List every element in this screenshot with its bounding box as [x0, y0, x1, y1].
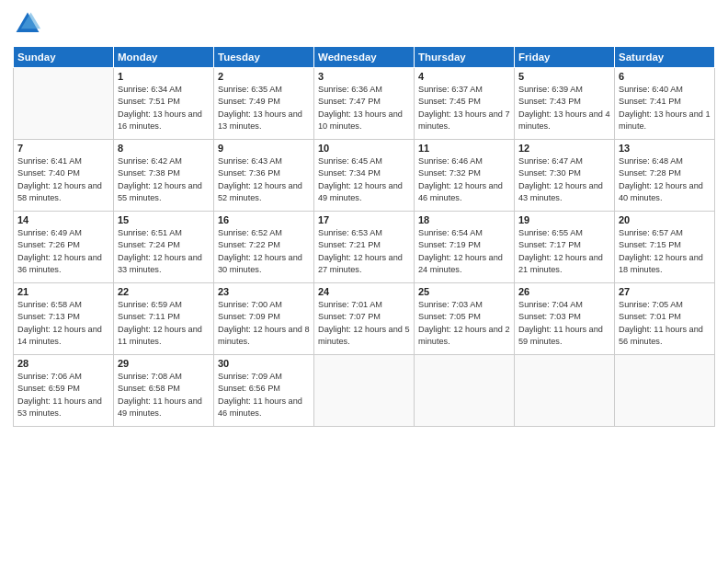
calendar-cell: 19Sunrise: 6:55 AMSunset: 7:17 PMDayligh… — [515, 212, 615, 283]
week-row-3: 14Sunrise: 6:49 AMSunset: 7:26 PMDayligh… — [14, 212, 715, 283]
cell-info: Sunrise: 6:45 AMSunset: 7:34 PMDaylight:… — [318, 155, 410, 204]
calendar-cell: 30Sunrise: 7:09 AMSunset: 6:56 PMDayligh… — [214, 355, 314, 427]
calendar-cell: 27Sunrise: 7:05 AMSunset: 7:01 PMDayligh… — [615, 283, 715, 355]
calendar-cell: 2Sunrise: 6:35 AMSunset: 7:49 PMDaylight… — [214, 68, 314, 140]
day-number: 15 — [118, 214, 210, 225]
day-number: 20 — [619, 214, 711, 225]
calendar-cell: 29Sunrise: 7:08 AMSunset: 6:58 PMDayligh… — [114, 355, 214, 427]
logo-icon — [13, 9, 42, 39]
cell-info: Sunrise: 6:47 AMSunset: 7:30 PMDaylight:… — [518, 155, 610, 204]
day-number: 10 — [318, 143, 410, 154]
day-number: 12 — [518, 143, 610, 154]
col-header-sunday: Sunday — [14, 47, 114, 68]
calendar-cell: 21Sunrise: 6:58 AMSunset: 7:13 PMDayligh… — [14, 283, 114, 355]
cell-info: Sunrise: 6:53 AMSunset: 7:21 PMDaylight:… — [318, 227, 410, 276]
calendar-cell: 23Sunrise: 7:00 AMSunset: 7:09 PMDayligh… — [214, 283, 314, 355]
calendar-cell: 25Sunrise: 7:03 AMSunset: 7:05 PMDayligh… — [415, 283, 515, 355]
col-header-saturday: Saturday — [615, 47, 715, 68]
calendar-cell: 24Sunrise: 7:01 AMSunset: 7:07 PMDayligh… — [314, 283, 415, 355]
day-number: 7 — [17, 143, 109, 154]
calendar-cell: 16Sunrise: 6:52 AMSunset: 7:22 PMDayligh… — [214, 212, 314, 283]
cell-info: Sunrise: 6:34 AMSunset: 7:51 PMDaylight:… — [118, 84, 210, 132]
calendar-cell: 17Sunrise: 6:53 AMSunset: 7:21 PMDayligh… — [314, 212, 415, 283]
day-number: 17 — [318, 214, 410, 225]
calendar-cell: 1Sunrise: 6:34 AMSunset: 7:51 PMDaylight… — [114, 68, 214, 140]
day-number: 4 — [418, 71, 510, 82]
calendar-cell: 11Sunrise: 6:46 AMSunset: 7:32 PMDayligh… — [415, 140, 515, 212]
day-number: 13 — [619, 143, 711, 154]
calendar-table: SundayMondayTuesdayWednesdayThursdayFrid… — [13, 46, 715, 427]
day-number: 26 — [518, 286, 610, 297]
day-number: 27 — [619, 286, 711, 297]
calendar-cell: 13Sunrise: 6:48 AMSunset: 7:28 PMDayligh… — [615, 140, 715, 212]
cell-info: Sunrise: 7:05 AMSunset: 7:01 PMDaylight:… — [619, 299, 711, 348]
calendar-cell: 28Sunrise: 7:06 AMSunset: 6:59 PMDayligh… — [14, 355, 114, 427]
cell-info: Sunrise: 6:54 AMSunset: 7:19 PMDaylight:… — [418, 227, 510, 276]
day-number: 3 — [318, 71, 410, 82]
calendar-cell — [14, 68, 114, 140]
calendar-cell: 6Sunrise: 6:40 AMSunset: 7:41 PMDaylight… — [615, 68, 715, 140]
page-container: SundayMondayTuesdayWednesdayThursdayFrid… — [0, 0, 728, 434]
day-number: 6 — [619, 71, 711, 82]
day-number: 9 — [218, 143, 310, 154]
cell-info: Sunrise: 6:46 AMSunset: 7:32 PMDaylight:… — [418, 155, 510, 204]
col-header-monday: Monday — [114, 47, 214, 68]
calendar-cell: 7Sunrise: 6:41 AMSunset: 7:40 PMDaylight… — [14, 140, 114, 212]
cell-info: Sunrise: 7:03 AMSunset: 7:05 PMDaylight:… — [418, 299, 510, 348]
cell-info: Sunrise: 6:40 AMSunset: 7:41 PMDaylight:… — [619, 84, 711, 132]
calendar-cell: 3Sunrise: 6:36 AMSunset: 7:47 PMDaylight… — [314, 68, 415, 140]
day-number: 25 — [418, 286, 510, 297]
calendar-cell — [415, 355, 515, 427]
cell-info: Sunrise: 6:49 AMSunset: 7:26 PMDaylight:… — [17, 227, 109, 276]
cell-info: Sunrise: 6:37 AMSunset: 7:45 PMDaylight:… — [418, 84, 510, 132]
calendar-cell: 5Sunrise: 6:39 AMSunset: 7:43 PMDaylight… — [515, 68, 615, 140]
calendar-cell: 9Sunrise: 6:43 AMSunset: 7:36 PMDaylight… — [214, 140, 314, 212]
day-number: 5 — [518, 71, 610, 82]
calendar-cell: 18Sunrise: 6:54 AMSunset: 7:19 PMDayligh… — [415, 212, 515, 283]
week-row-5: 28Sunrise: 7:06 AMSunset: 6:59 PMDayligh… — [14, 355, 715, 427]
calendar-header-row: SundayMondayTuesdayWednesdayThursdayFrid… — [14, 47, 715, 68]
day-number: 28 — [17, 358, 109, 369]
day-number: 24 — [318, 286, 410, 297]
calendar-cell: 14Sunrise: 6:49 AMSunset: 7:26 PMDayligh… — [14, 212, 114, 283]
day-number: 8 — [118, 143, 210, 154]
calendar-cell: 4Sunrise: 6:37 AMSunset: 7:45 PMDaylight… — [415, 68, 515, 140]
page-header — [13, 9, 715, 39]
col-header-thursday: Thursday — [415, 47, 515, 68]
calendar-cell: 15Sunrise: 6:51 AMSunset: 7:24 PMDayligh… — [114, 212, 214, 283]
cell-info: Sunrise: 6:43 AMSunset: 7:36 PMDaylight:… — [218, 155, 310, 204]
calendar-cell: 22Sunrise: 6:59 AMSunset: 7:11 PMDayligh… — [114, 283, 214, 355]
cell-info: Sunrise: 6:59 AMSunset: 7:11 PMDaylight:… — [118, 299, 210, 348]
calendar-cell: 20Sunrise: 6:57 AMSunset: 7:15 PMDayligh… — [615, 212, 715, 283]
cell-info: Sunrise: 7:08 AMSunset: 6:58 PMDaylight:… — [118, 371, 210, 419]
cell-info: Sunrise: 6:41 AMSunset: 7:40 PMDaylight:… — [17, 155, 109, 204]
cell-info: Sunrise: 6:58 AMSunset: 7:13 PMDaylight:… — [17, 299, 109, 348]
cell-info: Sunrise: 6:39 AMSunset: 7:43 PMDaylight:… — [518, 84, 610, 132]
calendar-cell: 12Sunrise: 6:47 AMSunset: 7:30 PMDayligh… — [515, 140, 615, 212]
cell-info: Sunrise: 6:52 AMSunset: 7:22 PMDaylight:… — [218, 227, 310, 276]
day-number: 14 — [17, 214, 109, 225]
cell-info: Sunrise: 6:36 AMSunset: 7:47 PMDaylight:… — [318, 84, 410, 132]
calendar-cell: 8Sunrise: 6:42 AMSunset: 7:38 PMDaylight… — [114, 140, 214, 212]
calendar-cell: 10Sunrise: 6:45 AMSunset: 7:34 PMDayligh… — [314, 140, 415, 212]
col-header-tuesday: Tuesday — [214, 47, 314, 68]
week-row-1: 1Sunrise: 6:34 AMSunset: 7:51 PMDaylight… — [14, 68, 715, 140]
calendar-cell — [515, 355, 615, 427]
day-number: 2 — [218, 71, 310, 82]
week-row-4: 21Sunrise: 6:58 AMSunset: 7:13 PMDayligh… — [14, 283, 715, 355]
day-number: 19 — [518, 214, 610, 225]
cell-info: Sunrise: 6:35 AMSunset: 7:49 PMDaylight:… — [218, 84, 310, 132]
col-header-friday: Friday — [515, 47, 615, 68]
cell-info: Sunrise: 7:06 AMSunset: 6:59 PMDaylight:… — [17, 371, 109, 419]
calendar-cell: 26Sunrise: 7:04 AMSunset: 7:03 PMDayligh… — [515, 283, 615, 355]
cell-info: Sunrise: 6:51 AMSunset: 7:24 PMDaylight:… — [118, 227, 210, 276]
cell-info: Sunrise: 7:01 AMSunset: 7:07 PMDaylight:… — [318, 299, 410, 348]
day-number: 22 — [118, 286, 210, 297]
calendar-cell — [615, 355, 715, 427]
cell-info: Sunrise: 6:55 AMSunset: 7:17 PMDaylight:… — [518, 227, 610, 276]
day-number: 16 — [218, 214, 310, 225]
cell-info: Sunrise: 7:09 AMSunset: 6:56 PMDaylight:… — [218, 371, 310, 419]
day-number: 1 — [118, 71, 210, 82]
cell-info: Sunrise: 6:57 AMSunset: 7:15 PMDaylight:… — [619, 227, 711, 276]
day-number: 18 — [418, 214, 510, 225]
